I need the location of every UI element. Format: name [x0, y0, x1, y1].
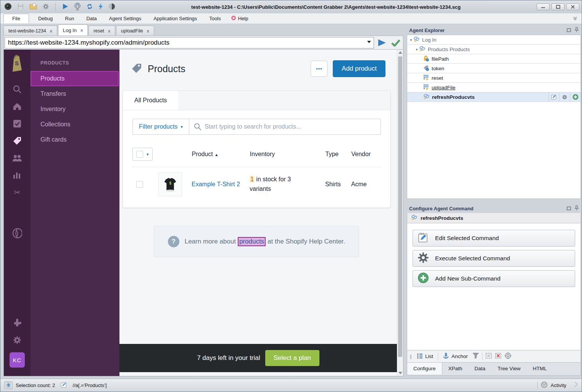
browser-globe-icon[interactable] [74, 3, 81, 11]
menu-run[interactable]: Run [59, 14, 80, 23]
tab-log-in[interactable]: Log Inx [58, 24, 88, 35]
navigate-button[interactable] [376, 37, 388, 48]
search-icon[interactable] [12, 84, 22, 94]
more-actions-button[interactable]: ••• [311, 61, 327, 77]
menu-agent-settings[interactable]: Agent Settings [103, 14, 148, 23]
pin-icon[interactable] [575, 27, 579, 33]
menu-help[interactable]: Help [227, 14, 252, 23]
analytics-icon[interactable] [12, 170, 22, 180]
tab-data[interactable]: Data [468, 363, 492, 374]
customers-icon[interactable] [12, 153, 22, 163]
tree-item-filepath[interactable]: filePath [407, 54, 580, 64]
run-icon[interactable] [62, 3, 69, 11]
expander-icon[interactable]: ▾ [414, 47, 419, 52]
online-store-globe-icon[interactable] [12, 228, 22, 238]
product-link[interactable]: Example T-Shirt 2 [192, 181, 250, 188]
refresh-icon[interactable] [86, 3, 93, 11]
tree-item-log-in[interactable]: ▾ Log In [407, 35, 580, 45]
contrast-icon[interactable] [108, 3, 115, 11]
tab-all-products[interactable]: All Products [123, 91, 178, 110]
menu-application-settings[interactable]: Application Settings [147, 14, 203, 23]
browser-scrollbar[interactable] [397, 50, 403, 376]
tree-item-products-products[interactable]: ▾ Products Products [407, 45, 580, 54]
list-tool-button[interactable]: List [415, 352, 435, 361]
maximize-panel-icon[interactable] [567, 206, 571, 211]
scrollbar-thumb[interactable] [398, 56, 402, 357]
products-tag-icon[interactable] [12, 136, 22, 146]
filter-funnel-icon[interactable] [472, 353, 479, 360]
scroll-down-icon[interactable] [397, 370, 403, 376]
column-header-inventory[interactable]: Inventory [250, 151, 326, 158]
lightning-icon[interactable] [98, 3, 103, 11]
scroll-up-icon[interactable] [397, 50, 403, 56]
sidenav-item-products[interactable]: Products [31, 71, 119, 86]
tab-tree-view[interactable]: Tree View [492, 363, 527, 374]
anchor-tool-button[interactable]: Anchor [441, 352, 469, 361]
add-new-sub-command-button[interactable]: Add New Sub-Command [413, 270, 575, 287]
resize-grip[interactable] [572, 381, 578, 387]
orders-icon[interactable] [12, 119, 22, 129]
activity-label[interactable]: Activity [551, 382, 566, 388]
close-icon[interactable]: x [50, 29, 52, 33]
column-header-type[interactable]: Type [326, 151, 351, 158]
add-plus-icon[interactable] [570, 93, 580, 102]
tree-item-refreshproducvts[interactable]: refreshProducvts [407, 92, 580, 102]
execute-selected-command-button[interactable]: Execute Selected Command [413, 250, 575, 267]
open-folder-icon[interactable] [29, 3, 37, 11]
chevron-down-icon[interactable] [572, 16, 578, 22]
add-product-button[interactable]: Add product [333, 60, 385, 77]
close-button[interactable] [566, 3, 579, 10]
menu-debug[interactable]: Debug [32, 14, 59, 23]
selection-frame-icon[interactable] [485, 353, 492, 360]
shopify-logo-icon[interactable]: S [9, 54, 25, 73]
maximize-button[interactable] [551, 3, 564, 10]
minimize-button[interactable] [537, 3, 550, 10]
tab-uploadfile[interactable]: uploadFilex [116, 26, 154, 35]
menu-tools[interactable]: Tools [203, 14, 227, 23]
expander-icon[interactable]: ▾ [409, 38, 413, 42]
tab-html[interactable]: HTML [527, 363, 553, 374]
remove-selection-icon[interactable] [495, 353, 501, 360]
tab-test-website-1234[interactable]: test-website-1234x [3, 26, 57, 35]
column-header-vendor[interactable]: Vendor [351, 151, 371, 158]
apps-puzzle-icon[interactable] [12, 318, 22, 328]
edit-xpath-icon[interactable] [60, 381, 67, 389]
select-plan-button[interactable]: Select a plan [265, 350, 319, 366]
home-icon[interactable] [12, 102, 22, 111]
tree-item-reset[interactable]: reset [407, 73, 580, 83]
save-icon[interactable] [17, 3, 24, 11]
user-avatar[interactable]: KC [10, 352, 25, 368]
close-icon[interactable]: x [147, 29, 149, 33]
settings-gear-icon[interactable] [12, 335, 22, 345]
menu-data[interactable]: Data [80, 14, 103, 23]
filter-products-button[interactable]: Filter products▾ [132, 119, 189, 135]
edit-selected-command-button[interactable]: Edit Selected Command [413, 230, 575, 247]
sidenav-item-inventory[interactable]: Inventory [31, 102, 119, 117]
row-checkbox[interactable] [136, 181, 143, 188]
products-help-link[interactable]: products [238, 237, 266, 246]
close-icon[interactable]: x [81, 28, 83, 32]
confirm-check-icon[interactable] [390, 37, 401, 48]
column-header-product[interactable]: Product ▲ [192, 151, 250, 158]
select-all-checkbox[interactable] [136, 151, 143, 158]
gear-icon[interactable] [559, 93, 570, 102]
tree-item-uploadfile[interactable]: uploadFile [407, 83, 580, 92]
pin-icon[interactable] [575, 205, 579, 211]
sidenav-item-transfers[interactable]: Transfers [31, 86, 119, 102]
caret-down-icon[interactable]: ▾ [147, 152, 149, 157]
target-icon[interactable] [505, 352, 511, 360]
edit-command-icon[interactable] [548, 93, 559, 102]
menu-file[interactable]: File [3, 14, 29, 23]
sidenav-item-gift-cards[interactable]: Gift cards [31, 132, 119, 147]
url-input[interactable] [5, 37, 374, 48]
sidenav-item-collections[interactable]: Collections [31, 117, 119, 132]
discounts-icon[interactable]: ✂ [12, 187, 22, 197]
url-dropdown-caret-icon[interactable] [367, 41, 371, 43]
settings-gear-icon[interactable] [42, 3, 49, 11]
tab-configure[interactable]: Configure [407, 363, 442, 374]
tab-xpath[interactable]: XPath [442, 363, 469, 374]
maximize-panel-icon[interactable] [567, 27, 571, 33]
tree-item-token[interactable]: token [407, 64, 580, 73]
close-icon[interactable]: x [108, 29, 110, 33]
toolbar-grip[interactable]: ∥ [409, 354, 412, 359]
